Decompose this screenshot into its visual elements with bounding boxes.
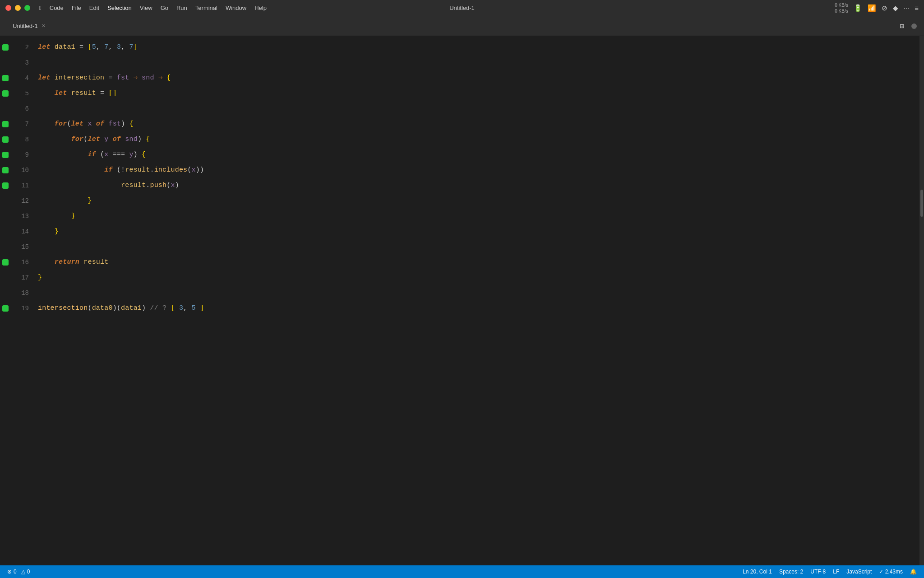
- line-number: 13: [11, 211, 38, 221]
- breakpoint-indicator: [2, 44, 9, 51]
- app-icon: ◆: [893, 4, 898, 12]
- breakpoint-indicator: [2, 305, 9, 312]
- line-content[interactable]: return result: [38, 257, 919, 268]
- list-icon: ≡: [915, 4, 919, 12]
- code-line: 8 for(let y of snd) {: [0, 132, 919, 147]
- wifi-icon: 📶: [868, 4, 876, 12]
- split-editor-icon[interactable]: ⊞: [900, 22, 904, 31]
- editor-content[interactable]: 2let data1 = [5, 7, 3, 7]34let intersect…: [0, 36, 919, 565]
- warning-count: 0: [27, 569, 30, 575]
- breakpoint-area[interactable]: [0, 259, 11, 266]
- code-line: 15: [0, 239, 919, 255]
- breakpoint-indicator: [2, 90, 9, 97]
- line-content[interactable]: }: [38, 211, 919, 222]
- breakpoint-area[interactable]: [0, 136, 11, 143]
- dirty-indicator: [911, 23, 917, 29]
- editor-tab[interactable]: Untitled-1 ✕: [7, 21, 51, 31]
- cursor-position[interactable]: Ln 20, Col 1: [743, 569, 772, 575]
- breakpoint-area[interactable]: [0, 167, 11, 173]
- line-number: 12: [11, 196, 38, 206]
- line-number: 14: [11, 227, 38, 237]
- error-status[interactable]: ⊗ 0 △ 0: [7, 569, 30, 575]
- tab-actions: ⊞: [900, 22, 917, 31]
- code-line: 14 }: [0, 224, 919, 239]
- breakpoint-area[interactable]: [0, 121, 11, 127]
- line-number: 17: [11, 273, 38, 283]
- minimize-button[interactable]: [15, 5, 21, 11]
- dots-icon: ···: [904, 4, 910, 12]
- line-content[interactable]: for(let y of snd) {: [38, 134, 919, 145]
- scrollbar[interactable]: [919, 36, 924, 565]
- code-line: 2let data1 = [5, 7, 3, 7]: [0, 40, 919, 55]
- line-content[interactable]: result.push(x): [38, 180, 919, 191]
- menu-apple[interactable]: : [39, 5, 42, 11]
- breakpoint-area[interactable]: [0, 152, 11, 158]
- notification-icon[interactable]: 🔔: [910, 569, 917, 575]
- line-number: 10: [11, 165, 38, 175]
- code-line: 12 }: [0, 193, 919, 209]
- menu-view[interactable]: View: [140, 5, 152, 11]
- encoding[interactable]: UTF-8: [810, 569, 826, 575]
- menu-run[interactable]: Run: [176, 5, 187, 11]
- block-icon: ⊘: [882, 4, 887, 12]
- code-line: 11 result.push(x): [0, 178, 919, 193]
- maximize-button[interactable]: [24, 5, 30, 11]
- status-left: ⊗ 0 △ 0: [7, 569, 30, 575]
- status-bar: ⊗ 0 △ 0 Ln 20, Col 1 Spaces: 2 UTF-8 LF …: [0, 565, 924, 578]
- breakpoint-area[interactable]: [0, 90, 11, 97]
- timing-info: ✓ 2.43ms: [879, 569, 903, 575]
- menu-selection[interactable]: Selection: [107, 5, 131, 11]
- indentation[interactable]: Spaces: 2: [779, 569, 803, 575]
- title-bar-left:  Code File Edit Selection View Go Run T…: [5, 5, 267, 11]
- menu-help[interactable]: Help: [254, 5, 267, 11]
- breakpoint-area[interactable]: [0, 44, 11, 51]
- menu-window[interactable]: Window: [226, 5, 246, 11]
- tab-close-icon[interactable]: ✕: [42, 23, 46, 29]
- line-ending[interactable]: LF: [833, 569, 839, 575]
- code-line: 6: [0, 101, 919, 117]
- line-content[interactable]: let intersection = fst ⇒ snd ⇒ {: [38, 73, 919, 84]
- status-right: Ln 20, Col 1 Spaces: 2 UTF-8 LF JavaScri…: [743, 569, 917, 575]
- breakpoint-area[interactable]: [0, 182, 11, 189]
- menu-code[interactable]: Code: [50, 5, 64, 11]
- code-line: 3: [0, 55, 919, 70]
- breakpoint-area[interactable]: [0, 75, 11, 81]
- title-bar:  Code File Edit Selection View Go Run T…: [0, 0, 924, 16]
- line-content[interactable]: if (!result.includes(x)): [38, 165, 919, 176]
- line-number: 8: [11, 135, 38, 144]
- code-line: 16 return result: [0, 255, 919, 270]
- line-content[interactable]: intersection(data0)(data1) // ? [ 3, 5 ]: [38, 303, 919, 314]
- code-line: 13 }: [0, 209, 919, 224]
- close-button[interactable]: [5, 5, 11, 11]
- code-line: 4let intersection = fst ⇒ snd ⇒ {: [0, 70, 919, 86]
- line-number: 9: [11, 150, 38, 160]
- traffic-lights: [5, 5, 30, 11]
- scrollbar-thumb[interactable]: [920, 190, 923, 217]
- line-number: 18: [11, 288, 38, 298]
- line-number: 6: [11, 104, 38, 114]
- line-content[interactable]: for(let x of fst) {: [38, 119, 919, 130]
- code-line: 19intersection(data0)(data1) // ? [ 3, 5…: [0, 301, 919, 316]
- menu-file[interactable]: File: [72, 5, 81, 11]
- line-content[interactable]: }: [38, 272, 919, 283]
- language-mode[interactable]: JavaScript: [846, 569, 872, 575]
- line-content[interactable]: let result = []: [38, 88, 919, 99]
- network-info: 0 KB/s 0 KB/s: [835, 2, 848, 14]
- line-content[interactable]: if (x === y) {: [38, 149, 919, 160]
- line-number: 7: [11, 119, 38, 129]
- menu-edit[interactable]: Edit: [89, 5, 99, 11]
- tab-bar: Untitled-1 ✕ ⊞: [0, 16, 924, 36]
- breakpoint-area[interactable]: [0, 305, 11, 312]
- line-content[interactable]: let data1 = [5, 7, 3, 7]: [38, 42, 919, 53]
- title-bar-right: 0 KB/s 0 KB/s 🔋 📶 ⊘ ◆ ··· ≡: [835, 2, 919, 14]
- breakpoint-indicator: [2, 75, 9, 81]
- line-content[interactable]: }: [38, 226, 919, 237]
- error-icon: ⊗: [7, 569, 12, 575]
- code-line: 10 if (!result.includes(x)): [0, 163, 919, 178]
- error-count: 0: [14, 569, 17, 575]
- menu-go[interactable]: Go: [161, 5, 168, 11]
- menu-terminal[interactable]: Terminal: [195, 5, 217, 11]
- code-line: 5 let result = []: [0, 86, 919, 101]
- breakpoint-indicator: [2, 121, 9, 127]
- line-content[interactable]: }: [38, 196, 919, 206]
